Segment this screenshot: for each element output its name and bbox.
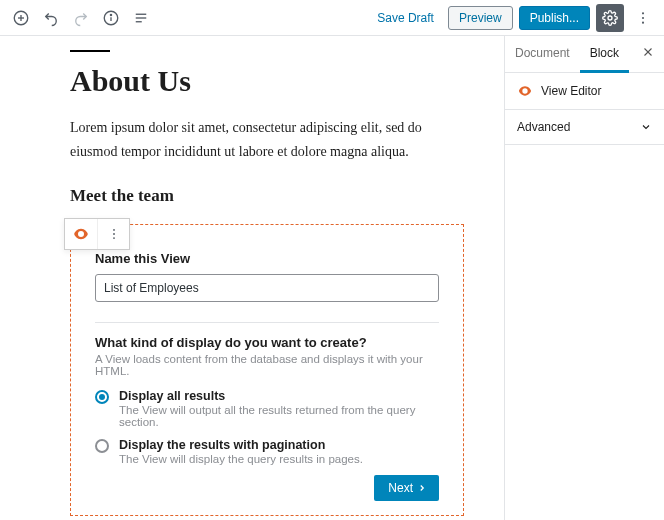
preview-button[interactable]: Preview: [448, 6, 513, 30]
option-label: Display the results with pagination: [119, 438, 363, 452]
settings-button[interactable]: [596, 4, 624, 32]
divider: [95, 322, 439, 323]
display-hint: A View loads content from the database a…: [95, 353, 439, 377]
option-label: Display all results: [119, 389, 439, 403]
add-block-button[interactable]: [8, 5, 34, 31]
section-heading[interactable]: Meet the team: [70, 186, 464, 206]
save-draft-button[interactable]: Save Draft: [369, 7, 442, 29]
svg-point-14: [113, 229, 115, 231]
svg-point-13: [80, 232, 83, 235]
info-button[interactable]: [98, 5, 124, 31]
option-hint: The View will output all the results ret…: [119, 404, 439, 428]
advanced-section[interactable]: Advanced: [505, 110, 664, 145]
chevron-down-icon: [640, 121, 652, 133]
svg-point-19: [524, 90, 527, 93]
tab-document[interactable]: Document: [505, 36, 580, 72]
svg-point-5: [110, 14, 111, 15]
display-option-all[interactable]: Display all results The View will output…: [95, 389, 439, 428]
settings-sidebar: Document Block View Editor Advanced: [504, 36, 664, 520]
radio-icon: [95, 390, 109, 404]
close-sidebar-button[interactable]: [632, 36, 664, 72]
display-question: What kind of display do you want to crea…: [95, 335, 439, 350]
view-editor-icon: [517, 83, 533, 99]
svg-point-10: [642, 12, 644, 14]
page-title[interactable]: About Us: [70, 64, 464, 98]
more-menu-button[interactable]: [630, 5, 656, 31]
outline-button[interactable]: [128, 5, 154, 31]
block-toolbar: [64, 218, 130, 250]
next-button[interactable]: Next: [374, 475, 439, 501]
svg-point-15: [113, 233, 115, 235]
svg-point-11: [642, 16, 644, 18]
block-identity: View Editor: [505, 73, 664, 110]
svg-point-12: [642, 21, 644, 23]
option-hint: The View will display the query results …: [119, 453, 363, 465]
next-button-label: Next: [388, 481, 413, 495]
svg-point-9: [608, 16, 612, 20]
radio-icon: [95, 439, 109, 453]
redo-button[interactable]: [68, 5, 94, 31]
publish-button[interactable]: Publish...: [519, 6, 590, 30]
advanced-label: Advanced: [517, 120, 570, 134]
block-name-label: View Editor: [541, 84, 601, 98]
view-name-input[interactable]: [95, 274, 439, 302]
top-toolbar: Save Draft Preview Publish...: [0, 0, 664, 36]
svg-point-16: [113, 237, 115, 239]
block-more-button[interactable]: [97, 219, 129, 249]
title-rule: [70, 50, 110, 52]
view-block: Name this View What kind of display do y…: [70, 224, 464, 516]
editor-canvas[interactable]: About Us Lorem ipsum dolor sit amet, con…: [0, 36, 504, 520]
tab-block[interactable]: Block: [580, 36, 629, 73]
intro-paragraph[interactable]: Lorem ipsum dolor sit amet, consectetur …: [70, 116, 464, 164]
display-option-pagination[interactable]: Display the results with pagination The …: [95, 438, 439, 465]
view-editor-icon[interactable]: [65, 219, 97, 249]
name-view-label: Name this View: [95, 251, 439, 266]
undo-button[interactable]: [38, 5, 64, 31]
